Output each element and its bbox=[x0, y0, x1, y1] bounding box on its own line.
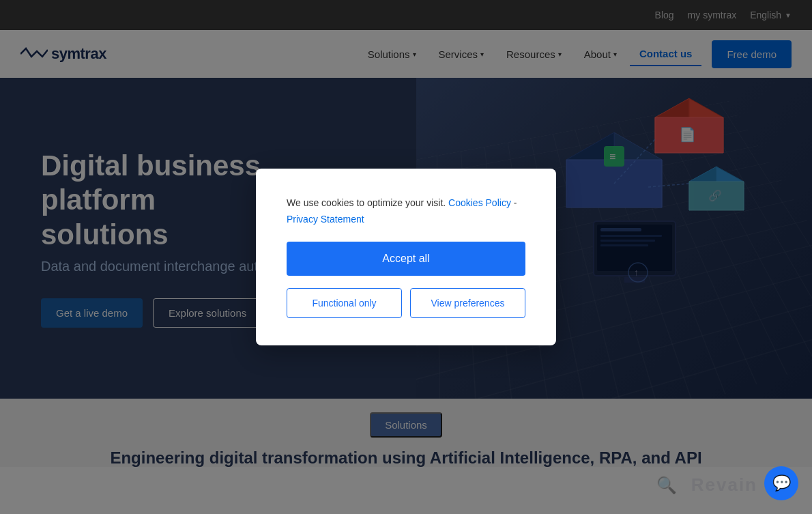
cookie-overlay: We use cookies to optimize your visit. C… bbox=[0, 0, 812, 514]
functional-only-button[interactable]: Functional only bbox=[287, 288, 402, 318]
cookie-message: We use cookies to optimize your visit. C… bbox=[287, 196, 525, 210]
chat-icon: 💬 bbox=[772, 474, 791, 492]
cookie-dialog: We use cookies to optimize your visit. C… bbox=[256, 169, 556, 345]
privacy-statement-link[interactable]: Privacy Statement bbox=[287, 214, 525, 225]
chat-button[interactable]: 💬 bbox=[764, 466, 798, 500]
view-preferences-button[interactable]: View preferences bbox=[410, 288, 525, 318]
cookie-secondary-buttons: Functional only View preferences bbox=[287, 288, 525, 318]
cookies-policy-link[interactable]: Cookies Policy bbox=[448, 197, 511, 208]
accept-all-button[interactable]: Accept all bbox=[287, 242, 525, 276]
